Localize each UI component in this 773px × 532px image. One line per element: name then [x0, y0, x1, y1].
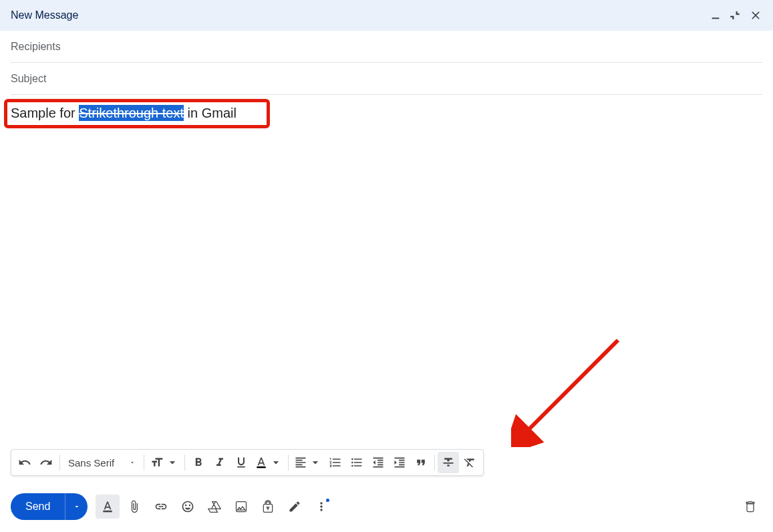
quote-button[interactable] — [410, 452, 432, 473]
confidential-mode-button[interactable] — [256, 495, 280, 519]
chevron-down-icon — [309, 456, 322, 469]
undo-button[interactable] — [14, 452, 35, 473]
discard-draft-button[interactable] — [738, 495, 762, 519]
fields-area — [0, 31, 773, 95]
font-size-button[interactable] — [147, 452, 182, 473]
body-text-prefix: Sample for — [11, 106, 79, 120]
formatting-toolbar: Sans Serif — [11, 449, 484, 476]
more-options-button[interactable] — [309, 495, 333, 519]
toolbar-divider — [434, 454, 435, 471]
font-family-selector[interactable]: Sans Serif — [63, 457, 141, 469]
align-button[interactable] — [291, 452, 325, 473]
body-text-strikethrough-selected: Strikethrough text — [79, 105, 184, 121]
insert-emoji-button[interactable] — [176, 495, 200, 519]
toolbar-divider — [59, 454, 60, 471]
message-body[interactable]: Sample for Strikethrough text in Gmail — [0, 95, 773, 416]
chevron-down-icon — [166, 456, 179, 469]
window-controls — [710, 9, 762, 22]
insert-signature-button[interactable] — [283, 495, 307, 519]
svg-rect-4 — [104, 511, 112, 513]
font-name-label: Sans Serif — [68, 457, 114, 469]
body-text-suffix: in Gmail — [184, 106, 237, 120]
toolbar-divider — [144, 454, 144, 471]
indent-less-button[interactable] — [367, 452, 389, 473]
text-color-button[interactable] — [252, 452, 285, 473]
attach-file-button[interactable] — [122, 495, 146, 519]
insert-drive-button[interactable] — [202, 495, 226, 519]
indent-more-button[interactable] — [389, 452, 410, 473]
subject-input[interactable] — [11, 73, 762, 85]
underline-button[interactable] — [230, 452, 252, 473]
send-button-group: Send — [11, 493, 88, 520]
chevron-down-icon — [269, 456, 283, 469]
insert-link-button[interactable] — [149, 495, 173, 519]
toolbar-divider — [288, 454, 289, 471]
remove-formatting-button[interactable] — [459, 452, 480, 473]
bold-button[interactable] — [188, 452, 209, 473]
recipients-row — [11, 31, 762, 63]
compose-header: New Message — [0, 0, 773, 31]
svg-rect-1 — [257, 467, 266, 469]
close-icon[interactable] — [749, 9, 762, 22]
minimize-icon[interactable] — [710, 10, 721, 21]
toolbar-divider — [184, 454, 185, 471]
exit-fullscreen-icon[interactable] — [729, 9, 741, 21]
recipients-input[interactable] — [11, 41, 762, 53]
insert-photo-button[interactable] — [229, 495, 253, 519]
svg-rect-0 — [712, 17, 720, 19]
bulleted-list-button[interactable] — [346, 452, 367, 473]
chevron-down-icon — [129, 459, 136, 466]
bottom-icons — [96, 495, 333, 519]
send-button[interactable]: Send — [11, 493, 65, 520]
chevron-down-icon — [73, 503, 81, 511]
send-options-button[interactable] — [65, 493, 88, 520]
numbered-list-button[interactable] — [325, 452, 346, 473]
redo-button[interactable] — [35, 452, 57, 473]
formatting-options-button[interactable] — [96, 495, 120, 519]
subject-row — [11, 63, 762, 95]
italic-button[interactable] — [209, 452, 230, 473]
notification-dot — [326, 499, 329, 502]
strikethrough-button[interactable] — [438, 452, 459, 473]
compose-title: New Message — [11, 9, 78, 21]
bottom-bar: Send — [11, 492, 762, 521]
